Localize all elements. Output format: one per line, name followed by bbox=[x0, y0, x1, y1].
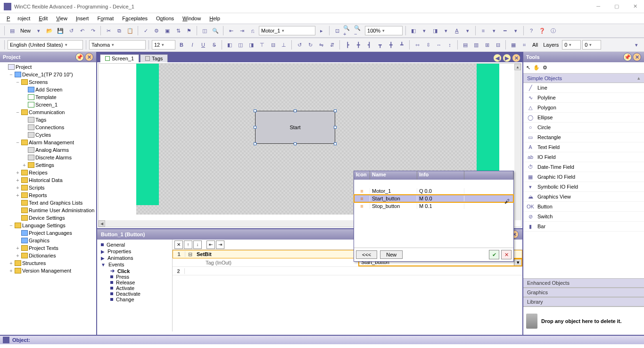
minimize-button[interactable]: ─ bbox=[594, 2, 603, 10]
menu-insert[interactable]: Insert bbox=[72, 15, 93, 22]
tool-item[interactable]: ▮Bar bbox=[523, 222, 644, 232]
ungroup-icon[interactable]: ⊟ bbox=[493, 40, 503, 50]
tool-item[interactable]: ▾Symbolic IO Field bbox=[523, 182, 644, 192]
font-combo[interactable]: Tahoma▾ bbox=[89, 40, 146, 50]
prop-cat-properties[interactable]: ▶Properties bbox=[99, 248, 170, 255]
zoom-combo[interactable]: 100%▾ bbox=[365, 26, 403, 35]
open-icon[interactable]: 📂 bbox=[45, 26, 54, 35]
rotate-left-icon[interactable]: ↺ bbox=[295, 40, 304, 50]
toolbar-overflow-icon[interactable]: ▾ bbox=[632, 40, 641, 50]
line-style-icon[interactable]: ≡ bbox=[479, 26, 488, 35]
tag-popup-cancel-button[interactable]: ✕ bbox=[501, 250, 512, 259]
tree-node[interactable]: +Dictionaries bbox=[0, 252, 96, 259]
snap-icon[interactable]: ⌗ bbox=[520, 40, 529, 50]
align-right-icon[interactable]: ◨ bbox=[247, 40, 256, 50]
tools-section-simple[interactable]: Simple Objects▴ bbox=[523, 74, 644, 83]
tree-node[interactable]: Analog Alarms bbox=[0, 146, 96, 154]
tools-section-library[interactable]: Library bbox=[523, 297, 644, 307]
prop-cat-animations[interactable]: ▶Animations bbox=[99, 255, 170, 261]
dd3[interactable]: ▾ bbox=[463, 26, 472, 35]
tag-go-icon[interactable]: ▸ bbox=[317, 26, 326, 35]
tab-close-button[interactable]: ✕ bbox=[512, 54, 520, 62]
delete-drop-zone[interactable]: Drop any object here to delete it. bbox=[523, 307, 644, 335]
layer-a-combo[interactable]: 0▾ bbox=[562, 40, 581, 50]
menu-view[interactable]: View bbox=[52, 15, 71, 22]
prop-event-press[interactable]: Press bbox=[99, 274, 170, 280]
tool-item[interactable]: △Polygon bbox=[523, 103, 644, 113]
obj-align-right-icon[interactable]: ┫ bbox=[364, 40, 374, 50]
grid-icon[interactable]: ▦ bbox=[509, 40, 518, 50]
compile-icon[interactable]: ⚙ bbox=[152, 26, 161, 35]
whats-this-icon[interactable]: ❓ bbox=[537, 26, 547, 35]
check-icon[interactable]: ✓ bbox=[141, 26, 150, 35]
start-button-object[interactable]: Start bbox=[255, 111, 335, 144]
tool-item[interactable]: ◯Ellipse bbox=[523, 113, 644, 123]
tool-item[interactable]: ╱Line bbox=[523, 83, 644, 93]
tree-node[interactable]: −Device_1(TP 270 10") bbox=[0, 71, 96, 78]
language-combo[interactable]: English (United States)▾ bbox=[8, 40, 83, 50]
tab-next-button[interactable]: ▶ bbox=[503, 54, 511, 62]
tree-node[interactable]: Template bbox=[0, 93, 96, 101]
align-bottom-icon[interactable]: ⊥ bbox=[279, 40, 289, 50]
resize-handle-s[interactable] bbox=[294, 142, 297, 145]
line-color-icon[interactable]: ◨ bbox=[430, 26, 440, 35]
flip-h-icon[interactable]: ⇋ bbox=[316, 40, 326, 50]
rotate-tool-icon[interactable]: ⚙ bbox=[543, 65, 547, 71]
close-doc-icon[interactable]: ↺ bbox=[66, 26, 76, 35]
dd2[interactable]: ▾ bbox=[441, 26, 451, 35]
resize-handle-se[interactable] bbox=[334, 142, 337, 145]
prop-cat-general[interactable]: General bbox=[99, 241, 170, 248]
tools-section-graphics[interactable]: Graphics bbox=[523, 288, 644, 297]
send-back-icon[interactable]: ▥ bbox=[471, 40, 481, 50]
bold-icon[interactable]: B bbox=[177, 40, 186, 50]
group-icon[interactable]: ⊞ bbox=[482, 40, 492, 50]
align-top-icon[interactable]: ⊤ bbox=[257, 40, 267, 50]
same-height-icon[interactable]: ↕ bbox=[445, 40, 454, 50]
dd1[interactable]: ▾ bbox=[420, 26, 429, 35]
menu-edit[interactable]: Edit bbox=[35, 15, 51, 22]
tree-node[interactable]: +Project Texts bbox=[0, 244, 96, 252]
tag-row[interactable]: ≡Motor_1Q 0.0 bbox=[354, 187, 513, 195]
align-middle-icon[interactable]: ⊟ bbox=[268, 40, 278, 50]
new-button-label[interactable]: New bbox=[18, 27, 33, 34]
prop-row[interactable]: 2 bbox=[173, 267, 522, 275]
align-left-icon[interactable]: ◧ bbox=[225, 40, 234, 50]
tree-node[interactable]: +Recipes bbox=[0, 169, 96, 176]
new-icon[interactable]: ▤ bbox=[8, 26, 17, 35]
tool-item[interactable]: ⏱Date-Time Field bbox=[523, 162, 644, 172]
tool-item[interactable]: ○Circle bbox=[523, 123, 644, 133]
rotate-right-icon[interactable]: ↻ bbox=[305, 40, 315, 50]
dd5[interactable]: ▾ bbox=[511, 26, 520, 35]
prop-event-release[interactable]: Release bbox=[99, 280, 170, 285]
tree-node[interactable]: Connections bbox=[0, 124, 96, 131]
same-width-icon[interactable]: ↔ bbox=[434, 40, 444, 50]
underline-icon[interactable]: U bbox=[198, 40, 208, 50]
tree-node[interactable]: Project bbox=[0, 63, 96, 71]
tool-item[interactable]: ⊘Switch bbox=[523, 212, 644, 222]
resize-handle-e[interactable] bbox=[334, 126, 337, 129]
tab-screen-1[interactable]: Screen_1 bbox=[100, 54, 139, 62]
tool-item[interactable]: ⛰Graphics View bbox=[523, 192, 644, 202]
prop-move-down-button[interactable]: ↓ bbox=[193, 240, 202, 249]
resize-handle-w[interactable] bbox=[254, 126, 256, 129]
resize-handle-ne[interactable] bbox=[334, 109, 337, 112]
obj-align-mid-icon[interactable]: ╋ bbox=[386, 40, 396, 50]
bring-front-icon[interactable]: ▤ bbox=[461, 40, 470, 50]
undo-icon[interactable]: ↶ bbox=[77, 26, 87, 35]
tool-item[interactable]: ▦Graphic IO Field bbox=[523, 172, 644, 182]
help-icon[interactable]: ? bbox=[527, 26, 536, 35]
redo-icon[interactable]: ↷ bbox=[88, 26, 98, 35]
align-center-h-icon[interactable]: ◫ bbox=[236, 40, 245, 50]
tag-row[interactable]: ≡Stop_buttonM 0.1 bbox=[354, 202, 513, 210]
tool-item[interactable]: OKButton bbox=[523, 202, 644, 212]
zoom-fit-icon[interactable]: ⊡ bbox=[332, 26, 342, 35]
find-icon[interactable]: 🔍 bbox=[211, 26, 220, 35]
tree-node[interactable]: Project Languages bbox=[0, 229, 96, 237]
tools-section-enhanced[interactable]: Enhanced Objects bbox=[523, 278, 644, 288]
flip-v-icon[interactable]: ⇵ bbox=[327, 40, 337, 50]
tree-node[interactable]: +Scripts bbox=[0, 184, 96, 191]
pointer-tool-icon[interactable]: ↖ bbox=[526, 65, 530, 71]
tree-node[interactable]: Cycles bbox=[0, 131, 96, 139]
tree-node[interactable]: −Communication bbox=[0, 108, 96, 116]
dd4[interactable]: ▾ bbox=[489, 26, 499, 35]
